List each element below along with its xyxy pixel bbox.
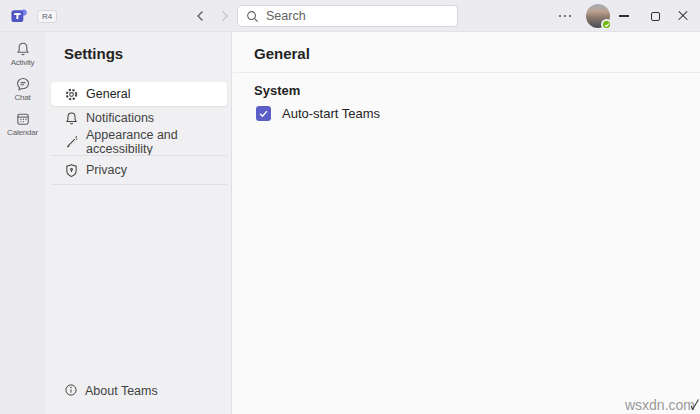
sidebar-item-notifications[interactable]: Notifications: [51, 106, 227, 130]
minimize-icon: [619, 15, 629, 16]
sidebar-item-general[interactable]: General: [51, 82, 227, 106]
search-icon: [246, 10, 259, 23]
rail-label: Calendar: [7, 128, 38, 137]
rail-label: Chat: [14, 93, 30, 102]
close-icon: [677, 10, 689, 22]
sidebar-divider: [51, 184, 227, 185]
sidebar-item-label: Privacy: [86, 163, 127, 177]
profile-avatar[interactable]: [586, 4, 610, 28]
rail-label: Activity: [11, 58, 35, 67]
dots-icon: [559, 15, 562, 18]
minimize-button[interactable]: [613, 0, 635, 32]
teams-settings-window: R4: [0, 0, 700, 414]
teams-logo-icon: [10, 7, 28, 25]
search-box[interactable]: [237, 5, 458, 27]
autostart-label: Auto-start Teams: [282, 106, 380, 121]
chevron-left-icon: [195, 10, 207, 22]
sidebar-item-appearance[interactable]: Appearance and accessibility: [51, 130, 227, 154]
sidebar-item-label: Notifications: [86, 111, 154, 125]
more-options-button[interactable]: [556, 12, 574, 20]
sidebar-divider: [51, 155, 227, 156]
checkmark-icon: [258, 108, 269, 119]
bell-icon: [64, 111, 79, 126]
sidebar-item-label: General: [86, 87, 130, 101]
settings-main-panel: General System Auto-start Teams: [233, 32, 700, 414]
settings-sidebar: Settings General Notifications: [45, 32, 232, 414]
maximize-button[interactable]: [644, 0, 666, 32]
rail-item-activity[interactable]: Activity: [0, 37, 45, 70]
back-button[interactable]: [193, 8, 209, 24]
chat-icon: [15, 76, 31, 92]
sidebar-title: Settings: [64, 45, 123, 62]
autostart-checkbox[interactable]: [256, 106, 271, 121]
chevron-right-icon: [218, 10, 230, 22]
forward-button[interactable]: [216, 8, 232, 24]
gear-icon: [64, 87, 79, 102]
app-rail: Activity Chat Calendar: [0, 32, 45, 414]
watermark: wsxdn.com: [625, 397, 695, 413]
shield-icon: [64, 163, 79, 178]
rail-item-calendar[interactable]: Calendar: [0, 107, 45, 140]
close-button[interactable]: [672, 0, 694, 32]
wand-icon: [64, 135, 79, 150]
autostart-setting-row: Auto-start Teams: [256, 106, 380, 121]
calendar-icon: [15, 111, 31, 127]
system-section-heading: System: [254, 83, 300, 98]
sidebar-item-privacy[interactable]: Privacy: [51, 158, 227, 182]
rail-item-chat[interactable]: Chat: [0, 72, 45, 105]
titlebar: R4: [0, 0, 700, 32]
sidebar-item-label: Appearance and accessibility: [86, 128, 227, 156]
page-title: General: [254, 45, 310, 62]
about-teams-button[interactable]: About Teams: [51, 380, 227, 402]
info-icon: [64, 383, 78, 400]
search-input[interactable]: [266, 9, 449, 23]
bell-icon: [15, 41, 31, 57]
presence-available-icon: [601, 19, 612, 30]
about-teams-label: About Teams: [85, 384, 158, 398]
maximize-icon: [651, 12, 660, 21]
cursor-icon: [689, 396, 699, 414]
ring-badge: R4: [37, 10, 57, 23]
divider: [233, 72, 700, 73]
